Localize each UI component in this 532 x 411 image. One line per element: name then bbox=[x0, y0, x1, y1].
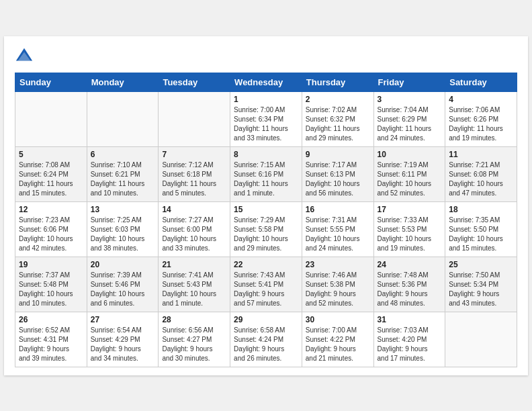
calendar-day-cell: 21Sunrise: 7:41 AM Sunset: 5:43 PM Dayli… bbox=[159, 257, 230, 312]
day-number: 20 bbox=[91, 260, 155, 269]
calendar-day-cell: 30Sunrise: 7:00 AM Sunset: 4:22 PM Dayli… bbox=[302, 312, 373, 367]
day-info: Sunrise: 7:27 AM Sunset: 6:00 PM Dayligh… bbox=[162, 216, 226, 253]
calendar-day-cell: 28Sunrise: 6:56 AM Sunset: 4:27 PM Dayli… bbox=[159, 312, 230, 367]
calendar-day-cell: 18Sunrise: 7:35 AM Sunset: 5:50 PM Dayli… bbox=[445, 201, 517, 257]
day-number: 28 bbox=[162, 315, 226, 324]
day-number: 30 bbox=[306, 315, 370, 324]
day-number: 27 bbox=[91, 315, 155, 324]
day-info: Sunrise: 7:25 AM Sunset: 6:03 PM Dayligh… bbox=[91, 216, 155, 253]
calendar-day-cell bbox=[159, 91, 230, 146]
day-info: Sunrise: 6:56 AM Sunset: 4:27 PM Dayligh… bbox=[162, 326, 226, 363]
day-info: Sunrise: 7:29 AM Sunset: 5:58 PM Dayligh… bbox=[234, 216, 298, 253]
day-number: 16 bbox=[306, 205, 370, 214]
calendar-week-row: 5Sunrise: 7:08 AM Sunset: 6:24 PM Daylig… bbox=[15, 146, 517, 201]
day-number: 19 bbox=[19, 260, 83, 269]
day-info: Sunrise: 7:03 AM Sunset: 4:20 PM Dayligh… bbox=[378, 326, 442, 363]
day-info: Sunrise: 7:35 AM Sunset: 5:50 PM Dayligh… bbox=[449, 216, 513, 253]
day-of-week-header: Friday bbox=[373, 73, 445, 91]
day-number: 6 bbox=[91, 150, 155, 159]
calendar-day-cell: 23Sunrise: 7:46 AM Sunset: 5:38 PM Dayli… bbox=[302, 257, 373, 312]
calendar-container: SundayMondayTuesdayWednesdayThursdayFrid… bbox=[4, 36, 528, 375]
day-number: 4 bbox=[449, 95, 513, 104]
calendar-day-cell: 13Sunrise: 7:25 AM Sunset: 6:03 PM Dayli… bbox=[87, 201, 159, 257]
calendar-day-cell: 29Sunrise: 6:58 AM Sunset: 4:24 PM Dayli… bbox=[230, 312, 302, 367]
day-of-week-header: Monday bbox=[87, 73, 159, 91]
calendar-day-cell: 7Sunrise: 7:12 AM Sunset: 6:18 PM Daylig… bbox=[159, 146, 230, 201]
day-number: 18 bbox=[449, 205, 513, 214]
day-number: 21 bbox=[162, 260, 226, 269]
day-number: 22 bbox=[234, 260, 298, 269]
day-of-week-header: Saturday bbox=[445, 73, 517, 91]
day-info: Sunrise: 7:00 AM Sunset: 4:22 PM Dayligh… bbox=[306, 326, 370, 363]
day-info: Sunrise: 7:04 AM Sunset: 6:29 PM Dayligh… bbox=[378, 105, 442, 143]
calendar-day-cell: 22Sunrise: 7:43 AM Sunset: 5:41 PM Dayli… bbox=[230, 257, 302, 312]
day-number: 12 bbox=[19, 205, 83, 214]
day-info: Sunrise: 7:33 AM Sunset: 5:53 PM Dayligh… bbox=[378, 216, 442, 253]
calendar-day-cell bbox=[445, 312, 517, 367]
day-number: 8 bbox=[234, 150, 298, 159]
day-number: 23 bbox=[306, 260, 370, 269]
day-info: Sunrise: 7:41 AM Sunset: 5:43 PM Dayligh… bbox=[162, 271, 226, 308]
day-info: Sunrise: 7:17 AM Sunset: 6:13 PM Dayligh… bbox=[306, 161, 370, 198]
day-info: Sunrise: 6:58 AM Sunset: 4:24 PM Dayligh… bbox=[234, 326, 298, 363]
calendar-day-cell: 12Sunrise: 7:23 AM Sunset: 6:06 PM Dayli… bbox=[15, 201, 87, 257]
calendar-week-row: 26Sunrise: 6:52 AM Sunset: 4:31 PM Dayli… bbox=[15, 312, 517, 367]
day-of-week-header: Wednesday bbox=[230, 73, 302, 91]
day-info: Sunrise: 7:43 AM Sunset: 5:41 PM Dayligh… bbox=[234, 271, 298, 308]
day-info: Sunrise: 7:39 AM Sunset: 5:46 PM Dayligh… bbox=[91, 271, 155, 308]
calendar-day-cell bbox=[87, 91, 159, 146]
logo-icon bbox=[15, 47, 34, 66]
calendar-day-cell: 11Sunrise: 7:21 AM Sunset: 6:08 PM Dayli… bbox=[445, 146, 517, 201]
calendar-day-cell: 24Sunrise: 7:48 AM Sunset: 5:36 PM Dayli… bbox=[373, 257, 445, 312]
day-info: Sunrise: 7:02 AM Sunset: 6:32 PM Dayligh… bbox=[306, 105, 370, 143]
calendar-table: SundayMondayTuesdayWednesdayThursdayFrid… bbox=[15, 73, 517, 367]
day-info: Sunrise: 7:19 AM Sunset: 6:11 PM Dayligh… bbox=[378, 161, 442, 198]
day-number: 5 bbox=[19, 150, 83, 159]
day-number: 29 bbox=[234, 315, 298, 324]
calendar-day-cell: 2Sunrise: 7:02 AM Sunset: 6:32 PM Daylig… bbox=[302, 91, 373, 146]
day-info: Sunrise: 7:46 AM Sunset: 5:38 PM Dayligh… bbox=[306, 271, 370, 308]
calendar-day-cell: 25Sunrise: 7:50 AM Sunset: 5:34 PM Dayli… bbox=[445, 257, 517, 312]
day-number: 7 bbox=[162, 150, 226, 159]
day-info: Sunrise: 7:10 AM Sunset: 6:21 PM Dayligh… bbox=[91, 161, 155, 198]
day-info: Sunrise: 7:48 AM Sunset: 5:36 PM Dayligh… bbox=[378, 271, 442, 308]
day-info: Sunrise: 7:31 AM Sunset: 5:55 PM Dayligh… bbox=[306, 216, 370, 253]
calendar-header-row: SundayMondayTuesdayWednesdayThursdayFrid… bbox=[15, 73, 517, 91]
calendar-day-cell: 17Sunrise: 7:33 AM Sunset: 5:53 PM Dayli… bbox=[373, 201, 445, 257]
calendar-day-cell: 16Sunrise: 7:31 AM Sunset: 5:55 PM Dayli… bbox=[302, 201, 373, 257]
day-number: 25 bbox=[449, 260, 513, 269]
calendar-week-row: 12Sunrise: 7:23 AM Sunset: 6:06 PM Dayli… bbox=[15, 201, 517, 257]
day-number: 3 bbox=[378, 95, 442, 104]
day-info: Sunrise: 6:54 AM Sunset: 4:29 PM Dayligh… bbox=[91, 326, 155, 363]
calendar-week-row: 19Sunrise: 7:37 AM Sunset: 5:48 PM Dayli… bbox=[15, 257, 517, 312]
day-info: Sunrise: 7:50 AM Sunset: 5:34 PM Dayligh… bbox=[449, 271, 513, 308]
day-of-week-header: Tuesday bbox=[159, 73, 230, 91]
logo bbox=[15, 47, 36, 66]
day-number: 15 bbox=[234, 205, 298, 214]
day-of-week-header: Sunday bbox=[15, 73, 87, 91]
day-number: 14 bbox=[162, 205, 226, 214]
calendar-day-cell: 31Sunrise: 7:03 AM Sunset: 4:20 PM Dayli… bbox=[373, 312, 445, 367]
calendar-day-cell: 20Sunrise: 7:39 AM Sunset: 5:46 PM Dayli… bbox=[87, 257, 159, 312]
calendar-day-cell: 9Sunrise: 7:17 AM Sunset: 6:13 PM Daylig… bbox=[302, 146, 373, 201]
day-info: Sunrise: 7:12 AM Sunset: 6:18 PM Dayligh… bbox=[162, 161, 226, 198]
day-info: Sunrise: 7:00 AM Sunset: 6:34 PM Dayligh… bbox=[234, 105, 298, 143]
day-info: Sunrise: 7:08 AM Sunset: 6:24 PM Dayligh… bbox=[19, 161, 83, 198]
calendar-day-cell: 15Sunrise: 7:29 AM Sunset: 5:58 PM Dayli… bbox=[230, 201, 302, 257]
calendar-header bbox=[15, 47, 517, 66]
calendar-day-cell: 27Sunrise: 6:54 AM Sunset: 4:29 PM Dayli… bbox=[87, 312, 159, 367]
calendar-day-cell: 10Sunrise: 7:19 AM Sunset: 6:11 PM Dayli… bbox=[373, 146, 445, 201]
calendar-day-cell bbox=[15, 91, 87, 146]
day-info: Sunrise: 7:21 AM Sunset: 6:08 PM Dayligh… bbox=[449, 161, 513, 198]
calendar-day-cell: 26Sunrise: 6:52 AM Sunset: 4:31 PM Dayli… bbox=[15, 312, 87, 367]
day-number: 26 bbox=[19, 315, 83, 324]
calendar-day-cell: 4Sunrise: 7:06 AM Sunset: 6:26 PM Daylig… bbox=[445, 91, 517, 146]
day-number: 9 bbox=[306, 150, 370, 159]
calendar-week-row: 1Sunrise: 7:00 AM Sunset: 6:34 PM Daylig… bbox=[15, 91, 517, 146]
day-info: Sunrise: 6:52 AM Sunset: 4:31 PM Dayligh… bbox=[19, 326, 83, 363]
day-of-week-header: Thursday bbox=[302, 73, 373, 91]
day-info: Sunrise: 7:06 AM Sunset: 6:26 PM Dayligh… bbox=[449, 105, 513, 143]
calendar-day-cell: 1Sunrise: 7:00 AM Sunset: 6:34 PM Daylig… bbox=[230, 91, 302, 146]
calendar-day-cell: 6Sunrise: 7:10 AM Sunset: 6:21 PM Daylig… bbox=[87, 146, 159, 201]
day-info: Sunrise: 7:15 AM Sunset: 6:16 PM Dayligh… bbox=[234, 161, 298, 198]
